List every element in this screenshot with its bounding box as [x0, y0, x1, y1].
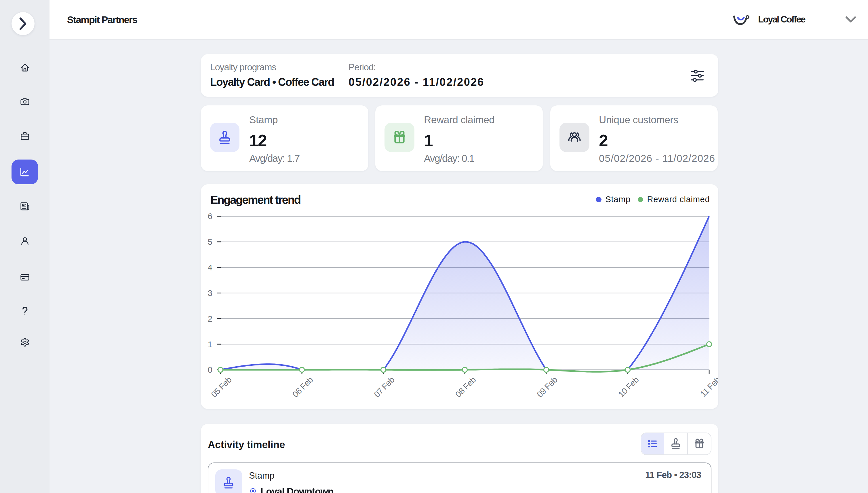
- svg-text:3: 3: [207, 288, 212, 298]
- svg-text:09 Feb: 09 Feb: [535, 375, 559, 399]
- svg-text:4: 4: [207, 263, 212, 272]
- svg-text:6: 6: [207, 212, 212, 221]
- svg-text:11 Feb: 11 Feb: [698, 375, 718, 399]
- svg-text:2: 2: [207, 314, 212, 323]
- svg-text:1: 1: [207, 340, 212, 349]
- svg-text:05 Feb: 05 Feb: [209, 375, 233, 399]
- svg-text:10 Feb: 10 Feb: [616, 375, 640, 399]
- svg-text:06 Feb: 06 Feb: [290, 375, 314, 399]
- svg-text:0: 0: [207, 365, 212, 374]
- svg-text:5: 5: [207, 237, 212, 246]
- svg-text:07 Feb: 07 Feb: [372, 375, 396, 399]
- svg-text:08 Feb: 08 Feb: [453, 375, 477, 399]
